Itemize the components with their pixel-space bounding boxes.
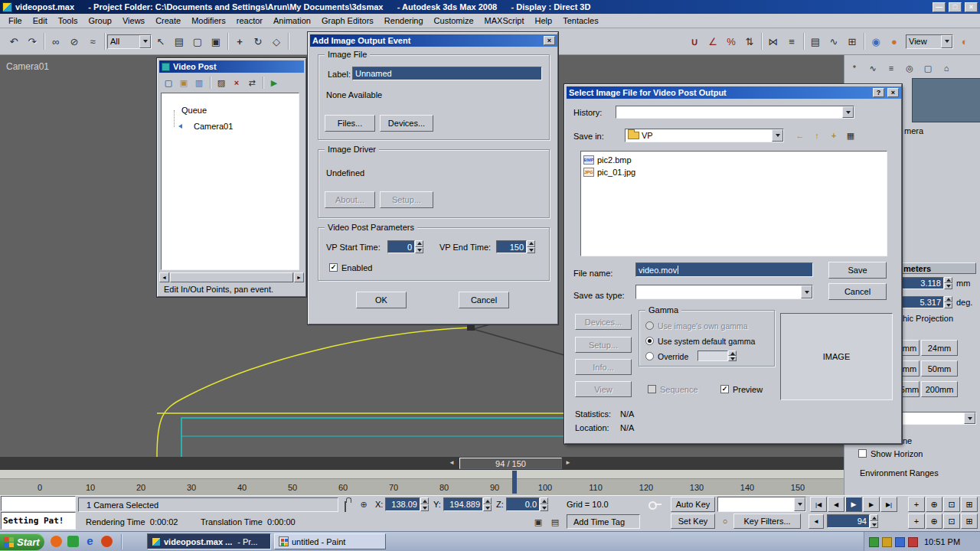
scroll-left-icon[interactable]: ◄ [159, 272, 169, 282]
dialog-help-icon[interactable]: ? [873, 88, 884, 97]
vp-end-spinner[interactable] [527, 240, 535, 253]
current-frame-marker[interactable] [512, 471, 517, 494]
gamma-override-radio[interactable] [645, 352, 654, 360]
unlink-selection-icon[interactable]: ⊘ [65, 32, 83, 51]
schematic-view-icon[interactable]: ⊞ [843, 32, 861, 51]
menu-item-group[interactable]: Group [83, 14, 117, 28]
go-to-end-button[interactable]: ▶| [880, 497, 897, 512]
selection-filter-arrow-icon[interactable] [139, 35, 151, 48]
communication-icon[interactable]: ▤ [548, 515, 562, 529]
selection-set-dropdown[interactable]: Selected [717, 497, 806, 512]
slider-right-arrow-icon[interactable]: ► [565, 459, 571, 466]
dialog-close-icon[interactable]: × [887, 88, 899, 97]
menu-item-tentacles[interactable]: Tentacles [557, 14, 603, 28]
camera-event-item[interactable]: Camera01 [194, 122, 233, 131]
camera-type-arrow-icon[interactable] [964, 412, 975, 424]
lens-50mm-button[interactable]: 50mm [921, 360, 958, 377]
vp-save-sequence-icon[interactable]: ▥ [192, 76, 206, 90]
devices-button[interactable]: Devices... [380, 115, 433, 132]
lens-20mm-button[interactable]: mm [900, 340, 920, 356]
quick-launch-icon-1[interactable] [51, 536, 62, 547]
render-setup-icon[interactable]: ● [885, 32, 903, 51]
dialog-close-icon[interactable]: × [544, 36, 555, 45]
save-as-type-dropdown[interactable]: All Formats [635, 285, 813, 299]
save-in-arrow-icon[interactable] [772, 129, 783, 142]
pan-view-icon[interactable]: + [908, 497, 925, 512]
current-frame-field[interactable]: 94 [827, 514, 870, 528]
z-spinner[interactable] [540, 497, 548, 511]
enabled-checkbox[interactable]: ✓ [329, 263, 338, 272]
tab-create-icon[interactable]: * [848, 61, 861, 75]
key-filter-icon[interactable]: ○ [718, 514, 732, 528]
history-arrow-icon[interactable] [842, 106, 854, 118]
video-post-queue-pane[interactable]: Queue Camera01 [161, 93, 299, 270]
show-horizon-checkbox[interactable] [858, 449, 867, 458]
tab-utilities-icon[interactable]: ⌂ [939, 61, 953, 75]
menu-item-reactor[interactable]: reactor [231, 14, 268, 28]
lens-35mm-button[interactable]: mm [900, 360, 920, 377]
select-and-move-icon[interactable]: + [230, 32, 249, 51]
maximize-button[interactable]: □ [949, 2, 962, 12]
ok-button[interactable]: OK [356, 292, 407, 308]
minimize-button[interactable]: — [933, 2, 946, 12]
menu-item-help[interactable]: Help [530, 14, 558, 28]
key-filters-button[interactable]: Key Filters... [733, 514, 801, 529]
tab-motion-icon[interactable]: ◎ [903, 61, 916, 75]
taskbar-clock[interactable]: 10:51 PM [924, 537, 960, 546]
history-back-icon[interactable]: ← [793, 129, 807, 142]
create-folder-icon[interactable]: + [827, 129, 841, 142]
label-field[interactable]: Unnamed [352, 67, 542, 80]
save-as-type-arrow-icon[interactable] [801, 285, 812, 298]
file-row[interactable]: BMP pic2.bmp [583, 154, 884, 166]
lens-spinner[interactable] [944, 277, 952, 289]
lens-135mm-button[interactable]: 5mm [900, 381, 920, 397]
sequence-checkbox[interactable] [648, 385, 656, 393]
y-spinner[interactable] [483, 497, 492, 511]
bind-to-spacewarp-icon[interactable]: ≈ [83, 32, 102, 51]
time-slider-handle[interactable]: 94 / 150 [459, 458, 562, 469]
material-editor-icon[interactable]: ◉ [867, 32, 885, 51]
info-button[interactable]: Info... [575, 359, 632, 375]
menu-item-graph-editors[interactable]: Graph Editors [316, 14, 379, 28]
camera-type-dropdown[interactable]: t Camera [900, 412, 976, 425]
curve-editor-icon[interactable]: ∿ [825, 32, 843, 51]
menu-item-maxscript[interactable]: MAXScript [479, 14, 530, 28]
render-type-dropdown[interactable]: View [906, 34, 953, 49]
file-row[interactable]: JPG pic_01.jpg [583, 166, 884, 178]
scroll-thumb[interactable] [170, 272, 293, 282]
history-dropdown[interactable]: C:\Documents and Settings\Arun\Desktop\V… [616, 106, 854, 119]
viewport-label[interactable]: Camera01 [6, 61, 49, 72]
x-spinner[interactable] [420, 497, 429, 511]
maximize-viewport-icon[interactable]: ⊞ [961, 497, 978, 512]
select-object-icon[interactable]: ↖ [152, 32, 170, 51]
tab-display-icon[interactable]: ▢ [921, 61, 935, 75]
cancel-button[interactable]: Cancel [828, 283, 887, 300]
macro-recorder-line[interactable] [1, 496, 76, 511]
video-post-titlebar[interactable]: Video Post [159, 60, 304, 73]
orthographic-projection-label[interactable]: hic Projection [903, 314, 953, 323]
about-button[interactable]: About... [325, 191, 375, 208]
tray-icon-3[interactable] [895, 537, 905, 547]
setup-button[interactable]: Setup... [575, 337, 632, 353]
set-key-button[interactable]: Set Key [671, 514, 715, 529]
vp-start-field[interactable]: 0 [387, 240, 415, 253]
menu-item-create[interactable]: Create [150, 14, 186, 28]
quick-launch-icon-2[interactable] [67, 536, 79, 547]
lens-24mm-button[interactable]: 24mm [921, 340, 958, 356]
fov-spinner[interactable] [944, 296, 952, 308]
queue-root-item[interactable]: Queue [181, 106, 207, 115]
menu-item-rendering[interactable]: Rendering [379, 14, 429, 28]
selection-set-arrow-icon[interactable] [794, 497, 805, 511]
vp-new-sequence-icon[interactable]: ▢ [162, 76, 175, 90]
pan-view-icon[interactable]: + [908, 514, 925, 529]
up-one-level-icon[interactable]: ↑ [810, 129, 824, 142]
zoom-region-icon[interactable]: ⊡ [943, 497, 960, 512]
lens-field[interactable]: 3.118 [900, 277, 944, 289]
lens-200mm-button[interactable]: 200mm [921, 381, 958, 397]
quick-launch-icon-4[interactable] [101, 536, 113, 547]
video-post-hscrollbar[interactable]: ◄ ► [159, 272, 304, 282]
select-and-rotate-icon[interactable]: ↻ [249, 32, 267, 51]
cancel-button[interactable]: Cancel [459, 292, 509, 308]
vp-open-sequence-icon[interactable]: ▣ [177, 76, 191, 90]
key-mode-toggle-icon[interactable]: ◄ [808, 514, 824, 529]
